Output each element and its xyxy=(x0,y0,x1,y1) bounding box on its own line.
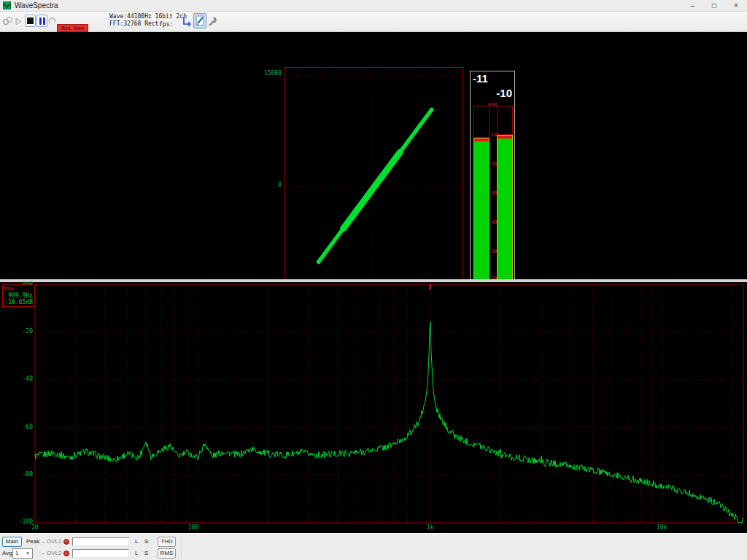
ovl1-indicator xyxy=(63,539,69,545)
spec-ytick-80: -80 xyxy=(1,471,33,478)
play-button[interactable] xyxy=(13,15,23,27)
liss-tick-top: 15000 xyxy=(257,70,282,77)
lissajous-trace xyxy=(319,109,432,262)
close-button[interactable]: × xyxy=(725,0,747,12)
spec-xtick-100: 100 xyxy=(188,524,198,531)
spec-xtick-20: 20 xyxy=(31,524,39,531)
window-title: WaveSpectra xyxy=(15,1,58,9)
peak-left-value: -11 xyxy=(473,72,488,85)
ovl2-label: OVL2 xyxy=(47,548,61,559)
dash-label-1: - xyxy=(42,537,44,547)
wave-format-text: Wave:44100Hz 16bit 2ch xyxy=(109,13,187,20)
meter-scale-40: -40 xyxy=(471,220,514,225)
play-icon xyxy=(15,18,23,26)
fps-label: fps: xyxy=(159,21,173,28)
meter-scale-50: -50 xyxy=(471,249,514,254)
toolbar: Rec. Mon Wave:44100Hz 16bit 2ch FFT:3276… xyxy=(0,12,747,32)
s-button-2[interactable]: S xyxy=(144,548,148,559)
statusbar-separator xyxy=(181,535,182,557)
meter-right-unlit-zone xyxy=(497,106,513,135)
spectrum-panel: 0dB -20 -40 -60 -80 -100 20 100 1k 10k M… xyxy=(0,282,747,533)
open-device-button[interactable] xyxy=(1,14,13,28)
ovl1-label: OVL1 xyxy=(47,537,61,547)
channel1-file-input[interactable] xyxy=(72,537,129,546)
record-button[interactable] xyxy=(47,15,57,27)
stop-button[interactable] xyxy=(25,15,36,27)
meter-scale-10: -10 xyxy=(471,133,514,138)
minimize-button[interactable]: – xyxy=(681,0,703,12)
max-frequency-value: 999.9Hz xyxy=(4,292,33,299)
liss-tick-mid: 0 xyxy=(257,182,282,188)
lissajous-panel: 15000 0 -15000 -11 -10 0dB -10 -20 -30 -… xyxy=(0,32,747,279)
maximize-button[interactable]: □ xyxy=(703,0,725,12)
peak-hold-button[interactable]: Peak xyxy=(26,537,39,547)
l-button-1[interactable]: L xyxy=(135,537,138,547)
meter-bar-left xyxy=(473,138,489,281)
spec-ytick-40: -40 xyxy=(1,376,33,382)
fft-settings-text: FFT:32768 Rect. xyxy=(109,20,162,27)
meter-scale-20: -20 xyxy=(471,162,514,167)
spectrum-trace xyxy=(35,322,743,523)
rms-button[interactable]: RMS xyxy=(158,548,176,559)
spectrum-plot xyxy=(0,282,747,533)
title-bar: WaveSpectra – □ × xyxy=(0,0,747,12)
open-device-icon xyxy=(2,16,13,26)
meter-left-peak-cap xyxy=(474,139,489,141)
max-level-value: -10.65dB xyxy=(4,299,33,306)
meter-scale-30: -30 xyxy=(471,191,514,196)
peak-right-value: -10 xyxy=(496,87,512,99)
thd-button[interactable]: THD xyxy=(158,537,176,547)
chevron-down-icon: ▾ xyxy=(24,550,31,557)
dash-label-2: - xyxy=(42,548,44,559)
main-view-button[interactable]: Main xyxy=(2,537,22,547)
ovl2-indicator xyxy=(63,551,69,556)
avg-select[interactable]: 1 ▾ xyxy=(12,548,33,559)
s-button-1[interactable]: S xyxy=(144,537,148,547)
spec-xtick-10k: 10k xyxy=(657,524,667,531)
settings-button[interactable] xyxy=(207,14,219,28)
stop-icon xyxy=(27,18,34,24)
level-meter-panel: -11 -10 0dB -10 -20 -30 -40 -50 -60 L R xyxy=(470,71,515,291)
level-axis-button[interactable] xyxy=(181,14,193,28)
pause-icon xyxy=(39,18,45,25)
channel2-file-input[interactable] xyxy=(72,549,129,558)
spec-ytick-100: -100 xyxy=(1,518,33,525)
l-button-2[interactable]: L xyxy=(135,548,138,559)
wavespectra-logo-icon xyxy=(3,1,11,9)
status-bar: Main Peak - OVL1 L S THD Avg: 1 ▾ - OVL2… xyxy=(0,533,747,560)
max-title: Max xyxy=(4,286,33,292)
rec-monitor-badge: Rec. Mon xyxy=(57,24,88,32)
avg-value: 1 xyxy=(15,550,18,556)
spec-ytick-60: -60 xyxy=(1,424,33,430)
pause-button[interactable] xyxy=(36,15,47,27)
peak-readout: -11 -10 xyxy=(471,71,514,104)
wrench-icon xyxy=(208,16,219,27)
lissajous-plot xyxy=(285,67,463,308)
config-button[interactable] xyxy=(193,13,206,28)
level-axis-icon xyxy=(182,16,192,27)
spec-xtick-1k: 1k xyxy=(427,524,434,531)
meter-bar-right xyxy=(497,135,513,281)
max-peak-info-box: Max 999.9Hz -10.65dB xyxy=(2,284,35,307)
config-pencil-icon xyxy=(196,15,205,26)
meter-scale-0db: 0dB xyxy=(471,103,514,108)
record-loop-icon xyxy=(48,17,57,26)
spec-ytick-20: -20 xyxy=(1,328,33,335)
